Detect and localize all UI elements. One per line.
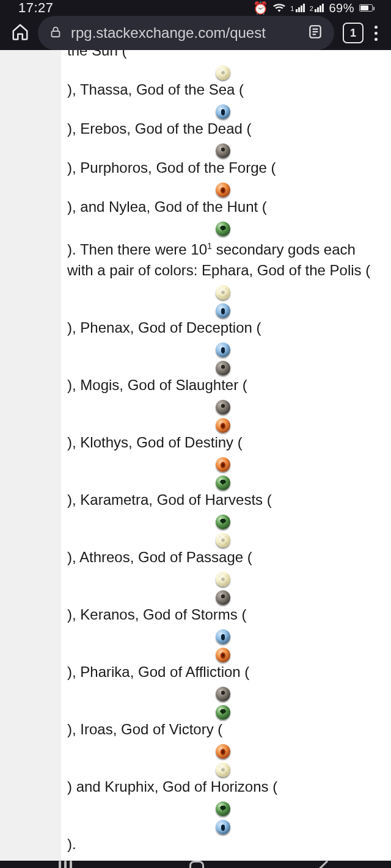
mana-black-icon [216,143,230,158]
mana-white-icon [216,572,230,587]
svg-rect-0 [52,31,60,37]
text-karametra: ), Karametra, God of Harvests ( [67,490,379,510]
mana-row-athreos-2 [67,586,379,604]
mana-row-mogis-2 [67,414,379,432]
mana-row-klothys [67,453,379,471]
sim2-icon: 2 [310,4,324,12]
mana-blue-icon [216,820,230,834]
answer-content: the Sun ( ), Thassa, God of the Sea ( ),… [61,50,391,861]
text-nylea: ), and Nylea, God of the Hunt ( [67,197,379,217]
mana-row-klothys-2 [67,471,379,490]
mana-row-kruphix [67,797,379,816]
text-pharika: ), Pharika, God of Affliction ( [67,662,379,682]
mana-row-pharika-2 [67,701,379,719]
mana-black-icon [216,400,230,414]
mana-row-purphoros [67,178,379,197]
text-secondary-a: ). Then there were 10 [67,241,207,258]
mana-red-icon [216,744,230,759]
text-terminator: ). [67,834,379,855]
tab-count: 1 [350,27,356,40]
mana-row-ephara-2 [67,299,379,317]
alarm-icon: ⏰ [253,1,269,15]
mana-red-icon [216,648,230,662]
mana-row-karametra [67,510,379,529]
system-navbar [0,861,391,868]
text-mogis: ), Mogis, God of Slaughter ( [67,375,379,396]
battery-icon [359,4,373,12]
mana-row-mogis [67,396,379,414]
mana-row-phenax-2 [67,356,379,375]
mana-row-karametra-2 [67,529,379,547]
mana-red-icon [216,183,230,197]
home-icon[interactable] [11,23,29,43]
text-klothys: ), Klothys, God of Destiny ( [67,432,379,453]
footnote-ref[interactable]: 1 [207,241,212,251]
mana-row-keranos-2 [67,643,379,662]
text-keranos: ), Keranos, God of Storms ( [67,604,379,625]
mana-row-iroas [67,740,379,758]
nav-back-button[interactable] [319,860,334,868]
text-kruphix: ) and Kruphix, God of Horizons ( [67,776,379,797]
status-right: ⏰ 1 2 69% [253,1,373,15]
mana-row-erebos [67,139,379,157]
page: the Sun ( ), Thassa, God of the Sea ( ),… [0,50,391,861]
text-purphoros: ), Purphoros, God of the Forge ( [67,157,379,178]
mana-row-nylea [67,217,379,236]
status-time: 17:27 [18,0,54,16]
mana-blue-icon [216,104,230,119]
mana-row-iroas-2 [67,758,379,776]
mana-white-icon [216,65,230,80]
sim1-icon: 1 [290,4,305,12]
url-text: rpg.stackexchange.com/quest [71,24,299,42]
url-bar[interactable]: rpg.stackexchange.com/quest [38,16,334,50]
mana-row-athreos [67,568,379,586]
mana-red-icon [216,457,230,472]
tabs-button[interactable]: 1 [343,23,364,43]
reader-icon[interactable] [307,24,323,42]
mana-white-icon [216,285,230,300]
wifi-icon [273,1,285,15]
browser-toolbar: rpg.stackexchange.com/quest 1 [0,16,391,50]
overflow-menu-icon[interactable] [372,23,380,43]
mana-green-icon [216,801,230,816]
status-bar: 17:27 ⏰ 1 2 69% [0,0,391,16]
nav-recents-button[interactable] [59,861,72,868]
phone-frame: 17:27 ⏰ 1 2 69% rpg.stackexchange.com/qu… [0,0,391,868]
mana-blue-icon [216,342,230,357]
battery-pct: 69% [329,1,354,15]
text-iroas: ), Iroas, God of Victory ( [67,719,379,740]
lock-icon [49,25,62,41]
mana-green-icon [216,222,230,236]
mana-green-icon [216,705,230,720]
mana-row-thassa [67,100,379,118]
mana-row-pharika [67,682,379,701]
mana-row-kruphix-2 [67,816,379,834]
text-erebos: ), Erebos, God of the Dead ( [67,118,379,139]
mana-red-icon [216,418,230,433]
text-phenax: ), Phenax, God of Deception ( [67,317,379,338]
mana-row-ephara [67,281,379,299]
text-heliod-tail: the Sun ( [67,50,379,61]
mana-blue-icon [216,303,230,318]
vote-gutter [0,50,61,861]
mana-white-icon [216,533,230,548]
text-athreos: ), Athreos, God of Passage ( [67,547,379,568]
mana-black-icon [216,361,230,375]
mana-row-keranos [67,625,379,643]
mana-row-heliod [67,61,379,79]
mana-row-phenax [67,338,379,356]
mana-green-icon [216,476,230,490]
nav-home-button[interactable] [189,861,204,868]
mana-blue-icon [216,629,230,644]
text-thassa: ), Thassa, God of the Sea ( [67,79,379,100]
mana-green-icon [216,515,230,529]
mana-white-icon [216,762,230,777]
text-secondary: ). Then there were 101 secondary gods ea… [67,236,379,281]
mana-black-icon [216,590,230,605]
mana-black-icon [216,687,230,701]
